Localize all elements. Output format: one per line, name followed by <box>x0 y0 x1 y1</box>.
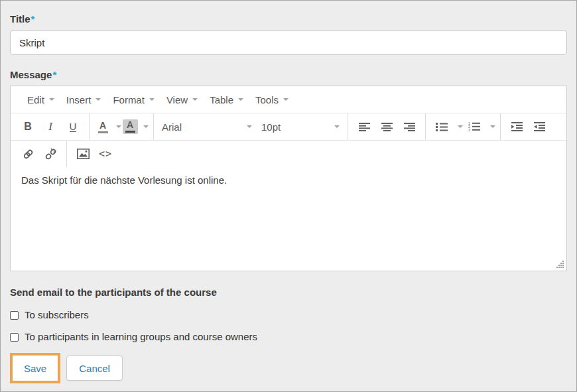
format-group: B I U <box>12 113 90 140</box>
underline-glyph: U <box>70 121 77 132</box>
link-icon <box>22 148 34 161</box>
news-entry-form: Title* Message* Edit Insert Format View … <box>0 0 577 392</box>
caret-down-icon <box>247 125 252 128</box>
bullet-list-icon <box>436 123 448 131</box>
remove-link-button[interactable] <box>39 144 62 164</box>
text-color-icon: A <box>98 121 108 133</box>
insert-image-button[interactable] <box>72 144 94 164</box>
caret-down-icon <box>96 98 101 101</box>
cancel-button[interactable]: Cancel <box>66 356 123 381</box>
insert-group: <> <box>67 141 121 167</box>
rich-text-editor: Edit Insert Format View Table Tools B I … <box>10 86 567 271</box>
link-group <box>12 141 67 167</box>
indent-button[interactable] <box>505 117 528 137</box>
menu-format[interactable]: Format <box>107 94 160 105</box>
font-family-select[interactable]: Arial <box>159 117 255 137</box>
caret-down-icon <box>143 125 149 128</box>
menu-table-label: Table <box>210 94 233 105</box>
message-label: Message* <box>10 69 567 81</box>
checkbox-row-participants[interactable]: To participants in learning groups and c… <box>10 332 567 342</box>
title-input[interactable] <box>10 30 567 55</box>
form-actions: Save Cancel <box>10 353 567 383</box>
caret-down-icon <box>283 98 288 101</box>
source-code-icon: <> <box>99 148 112 160</box>
outdent-icon <box>534 122 545 131</box>
caret-down-icon <box>116 125 121 128</box>
checkbox-row-subscribers[interactable]: To subscribers <box>10 310 567 320</box>
required-marker: * <box>52 69 56 80</box>
indent-icon <box>511 122 523 131</box>
save-button[interactable]: Save <box>13 356 58 381</box>
unlink-icon <box>44 148 57 161</box>
background-color-button[interactable]: A <box>121 117 139 137</box>
numbered-list-icon: 123 <box>468 122 480 131</box>
caret-down-icon <box>490 125 495 128</box>
caret-down-icon <box>238 98 243 101</box>
editor-toolbar-row1: B I U A A Arial 10pt <box>11 113 566 140</box>
menu-view[interactable]: View <box>160 94 204 105</box>
menu-view-label: View <box>166 94 188 105</box>
italic-button[interactable]: I <box>39 117 62 137</box>
outdent-button[interactable] <box>528 117 550 137</box>
svg-text:3: 3 <box>468 128 470 131</box>
checkbox-to-subscribers[interactable] <box>10 311 19 320</box>
list-group: 123 <box>426 113 501 140</box>
align-left-icon <box>359 123 370 131</box>
text-color-caret[interactable] <box>111 117 121 137</box>
align-group <box>348 113 426 140</box>
background-color-icon: A <box>123 119 138 134</box>
image-icon <box>77 149 90 159</box>
align-center-icon <box>381 123 393 131</box>
menu-insert[interactable]: Insert <box>60 94 107 105</box>
font-group: Arial 10pt <box>154 113 348 140</box>
required-marker: * <box>31 13 35 25</box>
checkbox-label: To subscribers <box>25 310 89 320</box>
color-group: A A <box>90 113 154 140</box>
save-button-highlight: Save <box>10 353 60 383</box>
numbered-list-button[interactable]: 123 <box>463 117 485 137</box>
menu-edit-label: Edit <box>27 94 44 105</box>
editor-menubar: Edit Insert Format View Table Tools <box>11 86 566 113</box>
caret-down-icon <box>458 125 463 128</box>
caret-down-icon <box>49 98 54 101</box>
caret-down-icon <box>149 98 155 101</box>
menu-format-label: Format <box>113 94 145 105</box>
align-right-button[interactable] <box>398 117 420 137</box>
bullet-list-button[interactable] <box>430 117 453 137</box>
indent-group <box>501 113 555 140</box>
menu-tools[interactable]: Tools <box>249 94 294 105</box>
underline-button[interactable]: U <box>62 117 84 137</box>
font-size-select[interactable]: 10pt <box>258 117 343 137</box>
caret-down-icon <box>334 125 340 128</box>
menu-table[interactable]: Table <box>204 94 249 105</box>
background-color-caret[interactable] <box>139 117 149 137</box>
caret-down-icon <box>192 98 198 101</box>
editor-text: Das Skript für die nächste Vorlesung ist… <box>21 174 556 186</box>
title-label: Title* <box>10 13 567 25</box>
align-center-button[interactable] <box>375 117 398 137</box>
checkbox-to-participants[interactable] <box>10 333 19 342</box>
menu-insert-label: Insert <box>66 94 92 105</box>
bullet-list-caret[interactable] <box>453 117 463 137</box>
text-color-button[interactable]: A <box>94 117 111 137</box>
insert-link-button[interactable] <box>17 144 39 164</box>
font-family-value: Arial <box>162 121 182 133</box>
menu-tools-label: Tools <box>255 94 279 105</box>
source-code-button[interactable]: <> <box>94 144 117 164</box>
numbered-list-caret[interactable] <box>485 117 495 137</box>
checkbox-label: To participants in learning groups and c… <box>25 332 257 342</box>
menu-edit[interactable]: Edit <box>21 94 60 105</box>
resize-grip-icon[interactable] <box>556 261 564 269</box>
bold-button[interactable]: B <box>17 117 39 137</box>
title-label-text: Title <box>10 13 31 25</box>
send-email-heading: Send email to the participants of the co… <box>10 287 567 298</box>
editor-toolbar-row2: <> <box>11 140 566 167</box>
message-label-text: Message <box>10 69 52 80</box>
editor-content-area[interactable]: Das Skript für die nächste Vorlesung ist… <box>11 167 566 271</box>
align-right-icon <box>404 123 415 131</box>
font-size-value: 10pt <box>261 121 281 133</box>
align-left-button[interactable] <box>353 117 375 137</box>
